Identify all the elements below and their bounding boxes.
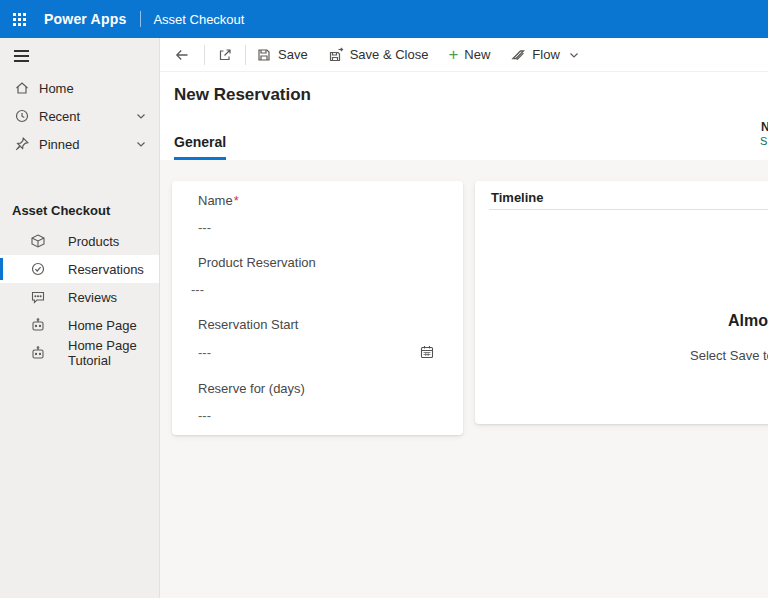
flow-icon <box>510 47 526 63</box>
field-label: Name* <box>198 193 439 208</box>
sidebar-item-products[interactable]: Products <box>0 227 159 255</box>
sidebar-item-reviews[interactable]: Reviews <box>0 283 159 311</box>
sidebar-item-reservations[interactable]: Reservations <box>0 255 159 283</box>
field-product-reservation: Product Reservation --- <box>198 255 439 297</box>
tab-general[interactable]: General <box>174 134 226 160</box>
sidebar-item-label: Home Page Tutorial <box>68 338 159 368</box>
flow-button[interactable]: Flow <box>500 38 589 71</box>
topbar-separator <box>140 11 141 27</box>
comment-icon <box>30 289 46 305</box>
field-value: --- <box>198 220 211 235</box>
field-value: --- <box>198 408 211 423</box>
sidebar-item-home-page[interactable]: Home Page <box>0 311 159 339</box>
power-apps-window: Power Apps Asset Checkout Home Recent <box>0 0 768 598</box>
plus-icon: + <box>448 47 458 63</box>
sitemap-group-title: Asset Checkout <box>12 203 110 218</box>
required-asterisk: * <box>234 193 239 208</box>
field-value-input[interactable]: --- <box>198 220 439 235</box>
save-icon <box>256 47 272 63</box>
back-arrow-icon <box>174 47 190 63</box>
timeline-title: Timeline <box>491 190 544 205</box>
top-app-bar: Power Apps Asset Checkout <box>0 0 768 38</box>
sidebar-item-label: Recent <box>39 109 80 124</box>
cube-icon <box>30 233 46 249</box>
sidebar-item-label: Reservations <box>68 262 144 277</box>
field-value-input[interactable]: --- <box>198 408 439 423</box>
clock-icon <box>14 108 30 124</box>
timeline-empty-subtext: Select Save to see your timeline <box>690 348 768 363</box>
timeline-empty-headline: Almost there <box>728 312 768 330</box>
sidebar-item-recent[interactable]: Recent <box>0 102 159 130</box>
save-close-label: Save & Close <box>350 47 429 62</box>
field-reserve-for-days: Reserve for (days) --- <box>198 381 439 423</box>
chevron-down-icon <box>568 49 580 61</box>
save-button[interactable]: Save <box>246 38 318 71</box>
form-section-card: Name* --- Product Reservation --- Reserv… <box>172 181 463 435</box>
popout-icon <box>217 47 233 63</box>
page-title: New Reservation <box>174 85 311 105</box>
main-pane: Save Save & Close + New Flow <box>160 38 768 598</box>
field-value-input[interactable]: --- <box>191 282 439 297</box>
field-value: --- <box>191 282 204 297</box>
field-label: Reservation Start <box>198 317 439 332</box>
field-value-input[interactable]: --- <box>198 344 439 360</box>
popout-form-button[interactable] <box>205 38 245 71</box>
home-icon <box>14 80 30 96</box>
field-label: Product Reservation <box>198 255 439 270</box>
back-button[interactable] <box>160 38 204 71</box>
sidebar-item-label: Products <box>68 234 119 249</box>
form-body: Name* --- Product Reservation --- Reserv… <box>160 160 768 598</box>
clipped-header-field-value: S <box>760 135 768 147</box>
chevron-down-icon[interactable] <box>135 138 147 150</box>
save-close-icon <box>328 47 344 63</box>
hamburger-icon <box>14 47 29 65</box>
timeline-divider <box>489 209 768 210</box>
sidebar-item-label: Reviews <box>68 290 117 305</box>
command-bar: Save Save & Close + New Flow <box>160 38 768 72</box>
sidebar-item-label: Pinned <box>39 137 79 152</box>
powerapps-logo-text[interactable]: Power Apps <box>44 11 126 27</box>
sidebar-item-home-page-tutorial[interactable]: Home Page Tutorial <box>0 339 159 367</box>
chevron-down-icon[interactable] <box>135 110 147 122</box>
sidebar-item-label: Home <box>39 81 74 96</box>
sidebar-item-home[interactable]: Home <box>0 74 159 102</box>
app-launcher-grid-icon <box>13 13 26 26</box>
collapse-sitemap-button[interactable] <box>0 38 44 74</box>
form-header: New Reservation N S General <box>160 73 768 160</box>
save-label: Save <box>278 47 308 62</box>
clipped-header-field-label: N <box>761 120 768 134</box>
new-label: New <box>464 47 490 62</box>
app-context-label: Asset Checkout <box>153 12 244 27</box>
new-button[interactable]: + New <box>438 38 500 71</box>
waffle-menu-icon[interactable] <box>0 0 38 38</box>
save-and-close-button[interactable]: Save & Close <box>318 38 439 71</box>
timeline-card: Timeline Almost there Select Save to see… <box>475 181 768 424</box>
site-map-sidebar: Home Recent Pinned Asse <box>0 38 160 598</box>
pin-icon <box>14 136 30 152</box>
bot-page-icon <box>30 345 46 361</box>
flow-label: Flow <box>532 47 559 62</box>
bot-page-icon <box>30 317 46 333</box>
sidebar-item-label: Home Page <box>68 318 137 333</box>
sidebar-item-pinned[interactable]: Pinned <box>0 130 159 158</box>
field-reservation-start: Reservation Start --- <box>198 317 439 360</box>
field-label: Reserve for (days) <box>198 381 439 396</box>
field-name: Name* --- <box>198 193 439 235</box>
check-circle-icon <box>30 261 46 277</box>
field-value: --- <box>198 345 211 360</box>
calendar-icon[interactable] <box>419 344 435 360</box>
